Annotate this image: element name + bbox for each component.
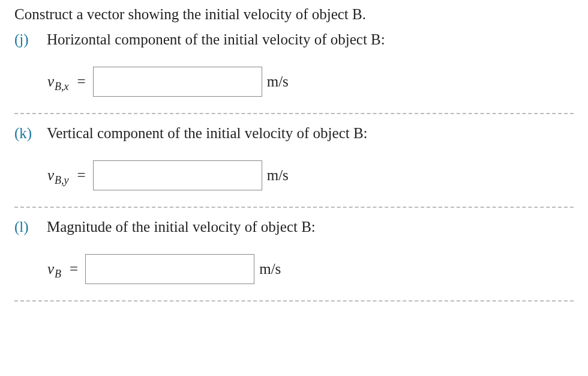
unit-ms: m/s (267, 167, 289, 184)
variable-vb: v B (47, 261, 61, 277)
variable-vby: v B,y (47, 167, 69, 184)
question-k-equation: v B,y = m/s (14, 159, 574, 192)
question-j: (j) Horizontal component of the initial … (14, 31, 574, 99)
question-l: (l) Magnitude of the initial velocity of… (14, 219, 574, 286)
question-k-text: Vertical component of the initial veloci… (47, 125, 368, 142)
question-l-header: (l) Magnitude of the initial velocity of… (14, 219, 574, 235)
variable-main: v (47, 167, 54, 184)
equals-sign: = (77, 73, 86, 90)
variable-sub: B (55, 268, 61, 280)
question-j-text: Horizontal component of the initial velo… (47, 31, 385, 48)
divider (14, 113, 574, 114)
divider (14, 207, 574, 208)
question-j-header: (j) Horizontal component of the initial … (14, 31, 574, 48)
equals-sign: = (70, 261, 78, 277)
question-k-header: (k) Vertical component of the initial ve… (14, 125, 574, 142)
question-j-equation: v B,x = m/s (14, 65, 574, 99)
question-k: (k) Vertical component of the initial ve… (14, 125, 574, 192)
unit-ms: m/s (259, 261, 281, 277)
question-l-equation: v B = m/s (14, 252, 574, 286)
divider (14, 300, 574, 302)
input-vbx[interactable] (93, 67, 262, 97)
equals-sign: = (77, 167, 86, 184)
variable-vbx: v B,x (47, 73, 69, 90)
variable-sub: B,x (55, 80, 68, 93)
variable-main: v (47, 261, 54, 277)
input-vb[interactable] (85, 254, 254, 284)
question-l-label: (l) (14, 219, 40, 235)
input-vby[interactable] (93, 160, 262, 190)
variable-main: v (47, 73, 54, 90)
question-l-text: Magnitude of the initial velocity of obj… (47, 219, 316, 235)
variable-sub: B,y (55, 174, 68, 187)
question-k-label: (k) (14, 125, 40, 142)
unit-ms: m/s (267, 73, 289, 90)
intro-text: Construct a vector showing the initial v… (14, 6, 574, 23)
question-j-label: (j) (14, 31, 40, 48)
